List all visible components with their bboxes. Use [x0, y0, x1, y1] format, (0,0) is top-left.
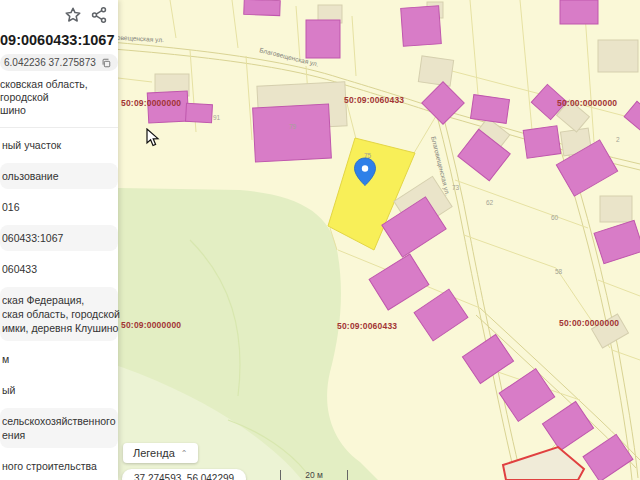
address-text: сковская область, городской шино	[0, 71, 118, 125]
pink-building[interactable]	[306, 20, 340, 58]
pink-building[interactable]	[244, 0, 281, 16]
sidebar-item: ользование	[0, 163, 118, 189]
divider	[0, 127, 118, 128]
sidebar-item: м	[0, 346, 118, 372]
sidebar-actions	[0, 0, 118, 26]
parcel-number: 79	[289, 123, 297, 130]
quarter-label: 50:00:0000000	[559, 318, 619, 328]
parcel-number: 58	[555, 268, 563, 275]
pink-building[interactable]	[253, 104, 332, 162]
sidebar-item: ного строительства	[0, 453, 118, 479]
parcel-number: 62	[486, 199, 494, 206]
sidebar-item: 060433:1067	[0, 225, 118, 251]
star-icon[interactable]	[64, 6, 82, 24]
beige-building[interactable]	[418, 56, 453, 86]
sidebar-item: ская Федерация,ская область, городскойим…	[0, 287, 118, 341]
coordinates-value: 6.042236 37.275873	[4, 57, 96, 68]
legend-button[interactable]: Легенда ⌃	[123, 443, 198, 463]
sidebar-items: ный участокользование016060433:106706043…	[0, 132, 118, 479]
cadastral-map-app: 50:09:000000050:09:006043350:00:00000005…	[0, 0, 640, 480]
parcel-number: 2	[616, 136, 620, 143]
sidebar-item: 016	[0, 194, 118, 220]
parcel-number: 60	[551, 214, 559, 221]
page-title: 09:0060433:1067	[0, 26, 118, 52]
mouse-cursor-icon	[146, 128, 160, 151]
quarter-label: 50:09:0060433	[337, 321, 397, 331]
pink-building[interactable]	[186, 103, 213, 122]
quarter-label: 50:09:0000000	[121, 320, 181, 330]
beige-building[interactable]	[598, 40, 638, 72]
parcel-number: 91	[213, 114, 221, 121]
info-sidebar: 09:0060433:1067 6.042236 37.275873 сковс…	[0, 0, 118, 480]
pink-building[interactable]	[401, 6, 442, 47]
sidebar-item: сельскохозяйственногоения	[0, 408, 118, 448]
pink-building[interactable]	[523, 126, 561, 158]
pink-building[interactable]	[560, 0, 598, 24]
quarter-label: 50:09:0000000	[121, 98, 181, 108]
scale-label: 20 м	[305, 470, 323, 480]
scale-bar: 20 м	[280, 470, 348, 480]
copy-icon[interactable]	[101, 58, 111, 68]
pink-building[interactable]	[471, 95, 510, 124]
quarter-label: 50:00:0000000	[557, 98, 617, 108]
parcel-number: 73	[452, 184, 460, 191]
sidebar-item: 060433	[0, 256, 118, 282]
sidebar-item: ый	[0, 377, 118, 403]
quarter-label: 50:09:0060433	[344, 95, 404, 105]
sidebar-item: ный участок	[0, 132, 118, 158]
beige-building[interactable]	[600, 196, 632, 222]
share-icon[interactable]	[90, 6, 108, 24]
cursor-coordinates: 37.274593, 56.042299	[122, 469, 246, 480]
chevron-up-icon: ⌃	[181, 449, 188, 458]
coordinates-pill: 6.042236 37.275873	[0, 54, 118, 71]
